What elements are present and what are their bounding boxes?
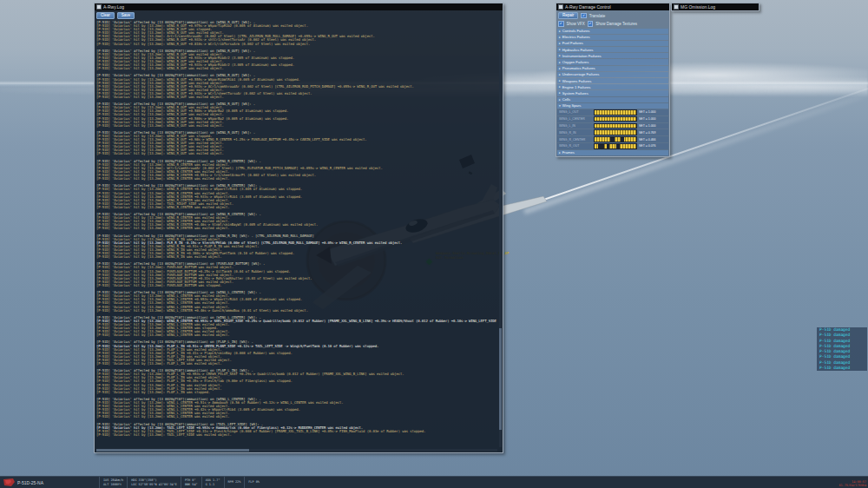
wing-spar-sliders: WING_L_OUTSET = 1.000WING_L_CENTERSET = … — [557, 109, 668, 149]
spar-slider-wing_r_center[interactable]: WING_R_CENTERSET = 0.466 — [557, 136, 668, 142]
spar-slider-wing_r_out[interactable]: WING_R_OUTSET = 0.076 — [557, 143, 668, 149]
integrity-bar[interactable] — [594, 129, 637, 135]
status-bar: P-51D-25-NA IAS 284km/hALT 1000ftHDG 330… — [0, 476, 868, 488]
flight-stats: IAS 284km/hALT 1000ftHDG 330°(358°)LOC 5… — [99, 477, 263, 488]
spar-label: WING_L_IN — [559, 124, 594, 128]
damage-gap — [607, 144, 609, 148]
scroll-thumb[interactable] — [96, 449, 249, 452]
chevron-right-icon: ▸ — [559, 48, 561, 51]
chevron-right-icon: ▸ — [559, 61, 561, 64]
damage-gap — [616, 144, 620, 148]
chevron-right-icon: ▸ — [559, 85, 561, 89]
coalition-flag-icon — [3, 478, 15, 486]
spar-slider-wing_r_in[interactable]: WING_R_INSET = 0.769 — [557, 129, 668, 135]
clear-button[interactable]: Clear — [96, 12, 115, 19]
chevron-right-icon: ▸ — [559, 42, 561, 45]
spar-slider-wing_l_center[interactable]: WING_L_CENTERSET = 1.000 — [557, 116, 668, 122]
integrity-bar[interactable] — [594, 123, 637, 129]
log-line: [P-51D] 'Aviarius' hit by [13.2mm]: TAIL… — [96, 433, 498, 437]
chevron-right-icon: ▸ — [559, 98, 561, 102]
chevron-right-icon: ▸ — [559, 30, 561, 33]
spar-label: WING_R_OUT — [559, 144, 594, 148]
damage-gap — [621, 137, 624, 142]
spar-slider-wing_l_in[interactable]: WING_L_INSET = 1.000 — [557, 123, 668, 129]
damage-control-window: A-Rwy Damage Control Repair ✔ Translate … — [556, 3, 670, 157]
failure-section-oxygen-failures[interactable]: ▸Oxygen Failures — [557, 59, 668, 64]
translate-label: Translate — [589, 14, 606, 18]
set-value: SET = 0.769 — [639, 131, 656, 135]
show-damage-textures-checkbox[interactable]: ✔ — [588, 21, 594, 27]
spar-label: WING_R_IN — [559, 131, 594, 135]
window-icon — [674, 4, 679, 10]
failure-section-pneumatics-failures[interactable]: ▸Pneumatics Failures — [557, 66, 668, 71]
show-vfx-checkbox[interactable]: ✔ — [558, 21, 564, 27]
chevron-right-icon: ▸ — [559, 36, 561, 39]
chevron-right-icon: ▸ — [559, 151, 561, 155]
failure-section-hydraulics-failures[interactable]: ▸Hydraulics Failures — [557, 47, 668, 52]
spar-slider-wing_l_out[interactable]: WING_L_OUTSET = 1.000 — [557, 109, 668, 115]
mini-log-title: MG Omission.Log — [681, 4, 715, 10]
damage-control-title: A-Rwy Damage Control — [565, 4, 611, 10]
log-window-title: A-Rwy.Log — [103, 4, 124, 10]
integrity-bar[interactable] — [594, 136, 637, 142]
set-value: SET = 1.000 — [639, 124, 656, 128]
clock-fps: 14:00:5761.75/64/176964 — [838, 480, 866, 487]
set-value: SET = 0.076 — [639, 144, 656, 148]
failure-section-tail: ▸Frames — [557, 150, 668, 155]
failure-section-electrics-failures[interactable]: ▸Electrics Failures — [557, 35, 668, 40]
window-icon — [558, 4, 563, 10]
stat-group: PTH 0°BNK 54° — [181, 477, 201, 488]
failure-section-list: ▸Controls Failures▸Electrics Failures▸Fu… — [557, 29, 668, 109]
failure-section-frames[interactable]: ▸Frames — [557, 150, 668, 155]
repair-button[interactable]: Repair — [558, 12, 578, 19]
window-icon — [96, 4, 102, 10]
chevron-right-icon: ▸ — [559, 67, 561, 70]
failure-section-instrumentation-failures[interactable]: ▸Instrumentation Failures — [557, 53, 668, 58]
chevron-right-icon: ▸ — [559, 73, 561, 76]
chevron-right-icon: ▸ — [559, 54, 561, 57]
integrity-bar[interactable] — [594, 143, 637, 149]
failure-section-wing-spars[interactable]: ▾Wing Spars — [557, 103, 668, 109]
failure-section-cells[interactable]: ▸Cells — [557, 97, 668, 102]
spar-label: WING_R_CENTER — [559, 138, 594, 142]
stat-group: RPM 22% — [224, 477, 245, 488]
unit-type-label: P-51D-25-NA — [17, 480, 43, 485]
damage-message-list: P-51D damagedP-51D damagedP-51D damagedP… — [817, 327, 867, 371]
mini-log-titlebar[interactable]: MG Omission.Log — [672, 3, 759, 10]
failure-section-weapons-failures[interactable]: ▸Weapons Failures — [557, 78, 668, 83]
failure-section-system-failures[interactable]: ▸System Failures — [557, 90, 668, 96]
save-button[interactable]: Save — [117, 12, 135, 19]
chevron-right-icon: ▸ — [559, 79, 561, 82]
log-vertical-scrollbar[interactable] — [499, 21, 502, 447]
spar-label: WING_L_OUT — [559, 110, 594, 114]
spar-label: WING_L_CENTER — [559, 117, 594, 121]
set-value: SET = 1.000 — [639, 110, 656, 114]
simulator-screen: Weapons.Shells.Browning_50cal_M2_AP hit … — [0, 0, 868, 488]
set-value: SET = 1.000 — [639, 117, 656, 121]
log-horizontal-scrollbar[interactable] — [96, 449, 497, 452]
stat-group: FLP 0% — [244, 477, 263, 488]
log-window-titlebar[interactable]: A-Rwy.Log — [95, 3, 503, 10]
damage-gap — [598, 144, 604, 148]
failure-section-undercarriage-failures[interactable]: ▸Undercarriage Failures — [557, 72, 668, 77]
damage-control-titlebar[interactable]: A-Rwy Damage Control — [556, 3, 669, 10]
damage-message: P-51D damaged — [817, 366, 867, 371]
chevron-down-icon: ▾ — [559, 104, 561, 108]
failure-section-fuel-failures[interactable]: ▸Fuel Failures — [557, 41, 668, 46]
scroll-thumb[interactable] — [499, 328, 502, 431]
stat-group: HDG 330°(358°)LOC 52°58'05"N 41°06'34"E — [127, 477, 181, 488]
stat-group: IAS 284km/hALT 1000ft — [99, 477, 127, 488]
set-value: SET = 0.466 — [639, 138, 656, 142]
stat-group: AOA 1.7°G 1.1 — [201, 477, 224, 488]
integrity-bar[interactable] — [594, 109, 637, 115]
show-vfx-label: Show VFX — [567, 22, 585, 26]
log-lines: [P-51D] 'Aviarius' affected by [13 0020g… — [96, 21, 498, 448]
damage-gap — [610, 137, 615, 142]
show-damage-textures-label: Show Damage Textures — [595, 22, 637, 26]
debug-log-window: A-Rwy.Log Clear Save [P-51D] 'Aviarius' … — [94, 3, 503, 453]
translate-checkbox[interactable]: ✔ — [581, 13, 587, 19]
integrity-bar[interactable] — [594, 116, 637, 122]
failure-section-engine-1-failures[interactable]: ▸Engine 1 Failures — [557, 84, 668, 89]
failure-section-controls-failures[interactable]: ▸Controls Failures — [557, 29, 668, 34]
mini-log-window: MG Omission.Log — [671, 3, 760, 11]
